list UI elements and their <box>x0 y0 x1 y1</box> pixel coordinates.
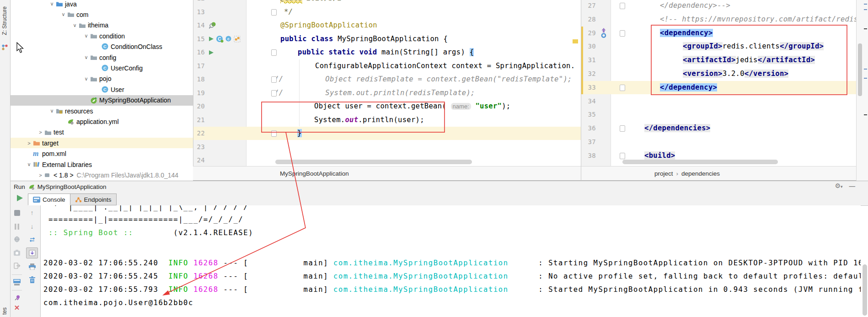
scroll-end-icon[interactable] <box>26 247 38 258</box>
console-scrollbar-thumb[interactable] <box>863 264 867 316</box>
code-line-15[interactable]: public class MySpringBootApplication { <box>193 32 581 46</box>
tree-row-pom.xml[interactable]: mpom.xml <box>10 149 193 159</box>
settings-gear-icon[interactable]: ⚙▾ <box>835 182 842 189</box>
fold-marker[interactable] <box>620 153 625 159</box>
chevron-down-icon[interactable]: ∨ <box>48 1 56 7</box>
run-icon[interactable] <box>209 50 214 55</box>
code-line-17[interactable]: ConfigurableApplicationContext context =… <box>193 59 581 73</box>
code-line-32[interactable]: <version>3.2.0</version> <box>581 67 856 81</box>
fold-marker[interactable] <box>620 85 625 91</box>
beans-icon[interactable] <box>234 36 241 43</box>
fold-marker[interactable] <box>271 76 277 83</box>
tree-row-conditiononclass[interactable]: CConditionOnClass <box>10 42 193 52</box>
chevron-down-icon[interactable]: ∨ <box>48 108 56 114</box>
code-line-34[interactable] <box>581 95 856 108</box>
code-line-13[interactable]: */ <box>193 5 581 19</box>
tree-row-itheima[interactable]: ∨itheima <box>10 20 193 31</box>
tree-row-test[interactable]: >test <box>10 127 193 138</box>
breadcrumb-class[interactable]: MySpringBootApplication <box>280 170 349 177</box>
code-line-18[interactable]: //Object redisTemplate = context.getBean… <box>193 73 581 86</box>
tree-row-resources[interactable]: ∨resources <box>10 106 193 116</box>
up-icon[interactable]: ↑ <box>24 207 40 218</box>
code-line-30[interactable]: <groupId>redis.clients</groupId> <box>581 40 856 53</box>
classleaf-icon[interactable]: C <box>216 35 224 43</box>
console-output[interactable]: ' |____| .__|_| |_|_| |_\__, | / / / / =… <box>41 205 861 317</box>
code-line-37[interactable] <box>581 135 856 149</box>
tree-row-java[interactable]: ∨java <box>10 0 193 9</box>
code-line-21[interactable]: System.out.println(user); <box>193 113 581 127</box>
fold-marker[interactable] <box>620 125 625 132</box>
fold-marker[interactable] <box>620 30 625 37</box>
code-line-28[interactable]: <!-- https://mvnrepository.com/artifact/… <box>581 13 856 26</box>
fold-marker[interactable] <box>620 3 625 9</box>
tree-row-userconfig[interactable]: CUserConfig <box>10 63 193 73</box>
clear-icon[interactable] <box>24 274 40 285</box>
run-icon[interactable] <box>209 36 214 42</box>
tree-row-condition[interactable]: ∨condition <box>10 31 193 41</box>
structure-tool-tab[interactable]: Z: Structure <box>1 6 8 37</box>
stop-icon[interactable] <box>10 207 24 218</box>
tab-endpoints[interactable]: Endpoints <box>70 193 117 205</box>
chevron-right-icon[interactable]: > <box>37 129 44 135</box>
breadcrumb-dependencies[interactable]: dependencies <box>681 170 720 177</box>
fold-marker[interactable] <box>271 49 277 56</box>
tree-row-target[interactable]: >target <box>10 138 193 148</box>
tree-row--1.8-[interactable]: >< 1.8 >C:\Program Files\Java\jdk1.8.0_1… <box>10 170 193 180</box>
code-line-14[interactable]: @SpringBootApplication <box>193 19 581 32</box>
code-token: @SpringBootApplication <box>280 21 377 29</box>
code-line-16[interactable]: public static void main(String[] args) { <box>193 46 581 59</box>
print-icon[interactable] <box>24 261 40 272</box>
hide-panel-icon[interactable]: — <box>849 183 856 189</box>
horizontal-scrollbar-pom[interactable] <box>622 160 778 164</box>
code-line-19[interactable]: //System.out.println(redisTemplate); <box>193 86 581 100</box>
tree-row-pojo[interactable]: ∨pojo <box>10 74 193 84</box>
horizontal-scrollbar[interactable] <box>275 160 472 164</box>
favorites-tool-tab-partial[interactable]: tes <box>1 307 8 316</box>
chevron-down-icon[interactable]: ∨ <box>82 33 90 39</box>
globe-icon[interactable] <box>10 234 24 245</box>
cycle-icon[interactable] <box>24 234 40 245</box>
chevron-down-icon[interactable]: ∨ <box>59 11 67 17</box>
down-icon[interactable]: ↓ <box>24 221 40 232</box>
maven-up-icon[interactable] <box>600 27 607 38</box>
fold-marker[interactable] <box>271 90 277 97</box>
tree-row-myspringbootapplication[interactable]: MySpringBootApplication <box>10 95 193 106</box>
svg-text:C: C <box>103 87 107 92</box>
camera-icon[interactable] <box>10 247 24 258</box>
chevron-down-icon[interactable]: ∨ <box>25 161 33 167</box>
classsmall-icon[interactable]: c <box>225 36 232 42</box>
tree-row-com[interactable]: ∨com <box>10 9 193 20</box>
tree-row-user[interactable]: CUser <box>10 84 193 95</box>
vertical-scrollbar-thumb[interactable] <box>858 43 862 96</box>
chevron-right-icon[interactable]: > <box>25 140 33 146</box>
line-number: 12 <box>193 0 205 5</box>
tree-row-external-libraries[interactable]: ∨External Libraries <box>10 159 193 170</box>
chevron-right-icon[interactable]: > <box>37 172 44 178</box>
code-line-20[interactable]: Object user = context.getBean( name: "us… <box>193 100 581 113</box>
spring-search-icon[interactable] <box>209 21 216 29</box>
code-line-31[interactable]: <artifactId>jedis</artifactId> <box>581 54 856 67</box>
code-line-35[interactable] <box>581 108 856 121</box>
editor-pom-xml[interactable]: </dependency>-->27<!-- https://mvnreposi… <box>581 0 856 181</box>
project-tree[interactable]: ∨java∨com∨itheima∨conditionCConditionOnC… <box>10 0 193 181</box>
chevron-down-icon[interactable]: ∨ <box>82 76 90 82</box>
code-token: </dependency>--> <box>660 1 730 10</box>
breadcrumb-project[interactable]: project <box>654 170 673 177</box>
pin-icon[interactable] <box>10 292 24 303</box>
chevron-down-icon[interactable]: ∨ <box>71 22 79 28</box>
code-line-22[interactable]: } <box>193 127 581 140</box>
rerun-button[interactable] <box>16 194 23 203</box>
tab-console[interactable]: Console <box>28 193 70 205</box>
code-line-12[interactable]: @date 2020/3/2 <box>193 0 581 5</box>
chevron-down-icon[interactable]: ∨ <box>82 54 90 60</box>
fold-marker[interactable] <box>271 9 277 16</box>
exit-icon[interactable] <box>10 260 24 271</box>
code-line-23[interactable] <box>193 140 581 154</box>
close-icon[interactable]: ✕ <box>10 302 24 313</box>
tree-row-config[interactable]: ∨config <box>10 52 193 63</box>
tree-row-application.yml[interactable]: application.yml <box>10 116 193 127</box>
monitor-icon[interactable] <box>10 277 24 288</box>
fold-marker[interactable] <box>271 130 277 137</box>
pause-icon[interactable] <box>10 221 24 232</box>
editor-java[interactable]: @date 2020/3/212*/13@SpringBootApplicati… <box>193 0 581 181</box>
